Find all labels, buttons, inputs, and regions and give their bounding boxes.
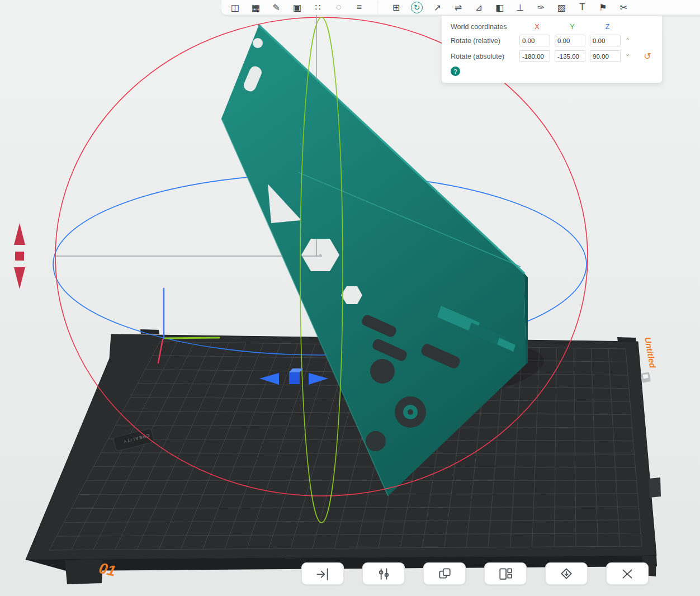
plate-number: 01 <box>97 560 117 580</box>
model-circle-hole-2 <box>366 431 386 451</box>
lattice-icon[interactable]: ∷ <box>309 1 327 14</box>
arrange-icon <box>498 566 513 581</box>
app-window: CREALITY Untitled 01 <box>0 0 700 596</box>
rotate-absolute-z-input[interactable] <box>590 50 621 62</box>
move-tool-icon[interactable]: ⊞ <box>387 1 405 14</box>
drop-pins-button[interactable] <box>362 562 405 585</box>
plate-number-label: 01 <box>97 560 117 580</box>
measure-tool-icon[interactable]: ⊿ <box>470 1 488 14</box>
model-view-icon[interactable]: ◫ <box>226 1 244 14</box>
text-tool-icon[interactable]: T <box>573 1 592 14</box>
translate-cube[interactable] <box>289 372 300 384</box>
lay-on-face-button[interactable] <box>301 562 344 585</box>
axis-x-label: X <box>519 23 555 31</box>
paint-tool-icon[interactable]: ✑ <box>532 1 550 14</box>
arrange-button[interactable] <box>484 562 527 585</box>
world-coordinates-label: World coordinates <box>451 23 519 31</box>
list-icon[interactable]: ≡ <box>350 1 368 14</box>
plate-title[interactable]: Untitled <box>643 337 658 370</box>
gizmo-center <box>319 254 322 257</box>
model-circle-hole-1 <box>370 359 395 384</box>
clone-tool-icon[interactable]: ◧ <box>490 1 509 14</box>
x-handle-arrow-up[interactable] <box>14 223 25 245</box>
view-group: ◫▦✎▣∷◌≡ <box>226 1 368 14</box>
plate-clip-top-left <box>140 329 159 334</box>
auto-orient-button[interactable] <box>545 562 588 585</box>
plate-title-label[interactable]: Untitled <box>643 337 658 370</box>
bottom-toolbar <box>301 562 649 585</box>
rotate-relative-label: Rotate (relative) <box>451 37 519 45</box>
x-handle-arrow-down[interactable] <box>14 267 25 289</box>
dotted-circle-icon[interactable]: ◌ <box>329 1 348 14</box>
x-handle-knob[interactable] <box>15 252 24 261</box>
plate-clip-top-right <box>617 337 636 342</box>
rotate-panel: World coordinates X Y Z Rotate (relative… <box>442 16 662 83</box>
rotate-absolute-label: Rotate (absolute) <box>451 53 519 60</box>
delete-icon <box>620 566 635 581</box>
clone-button[interactable] <box>423 562 466 585</box>
rotate-relative-z-input[interactable] <box>590 35 621 46</box>
pins-icon <box>376 566 391 581</box>
sketch-icon[interactable]: ✎ <box>267 1 286 14</box>
delete-button[interactable] <box>606 562 649 585</box>
degree-symbol-relative: ° <box>625 37 640 45</box>
scale-tool-icon[interactable]: ↗ <box>428 1 447 14</box>
plate-objects-icon[interactable] <box>641 372 651 382</box>
mirror-tool-icon[interactable]: ⇌ <box>449 1 467 14</box>
axis-z-label: Z <box>590 23 625 31</box>
x-rotate-handle[interactable] <box>14 223 25 289</box>
rotate-absolute-x-input[interactable] <box>519 50 550 62</box>
model-hook-notch <box>253 38 263 48</box>
hatch-tool-icon[interactable]: ▨ <box>552 1 571 14</box>
axis-y-label: Y <box>555 23 590 31</box>
top-toolbar: ◫▦✎▣∷◌≡⊞↻↗⇌⊿◧⊥✑▨T⚑✂ <box>221 0 700 15</box>
help-button[interactable]: ? <box>451 67 460 76</box>
clone-icon <box>437 566 452 581</box>
model-gear-center <box>408 409 413 415</box>
support-tool-icon[interactable]: ⊥ <box>511 1 529 14</box>
viewport-3d[interactable]: CREALITY Untitled 01 <box>0 0 700 596</box>
rotate-tool-icon[interactable]: ↻ <box>408 1 426 14</box>
flag-tool-icon[interactable]: ⚑ <box>594 1 612 14</box>
grid-view-icon[interactable]: ▦ <box>247 1 265 14</box>
transform-group: ⊞↻↗⇌⊿◧⊥✑▨T⚑✂ <box>377 1 633 14</box>
plate-tab-left <box>65 559 103 584</box>
auto-orient-icon <box>559 566 574 581</box>
rotate-relative-y-input[interactable] <box>555 35 585 46</box>
degree-symbol-absolute: ° <box>625 53 640 60</box>
cut-tool-icon[interactable]: ✂ <box>614 1 633 14</box>
snapshot-icon[interactable]: ▣ <box>288 1 306 14</box>
rotate-relative-x-input[interactable] <box>519 35 550 46</box>
rotate-absolute-y-input[interactable] <box>555 50 585 62</box>
plate-clip-right <box>649 477 661 498</box>
lay-on-face-icon <box>315 566 330 581</box>
reset-rotation-button[interactable]: ↺ <box>640 52 655 61</box>
